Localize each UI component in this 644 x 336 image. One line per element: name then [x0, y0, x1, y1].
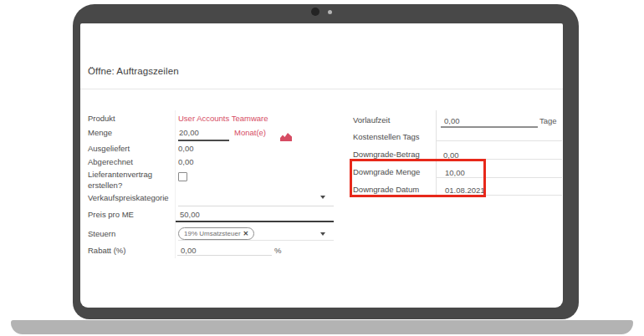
lieferantenvertrag-label: Lieferantenvertrag erstellen?	[88, 170, 173, 191]
webcam-led-icon	[328, 10, 332, 14]
steuern-tag[interactable]: 19% Umsatzsteuer ✕	[178, 227, 254, 240]
vorlaufzeit-label: Vorlaufzeit	[353, 115, 438, 126]
rabatt-label: Rabatt (%)	[88, 246, 173, 257]
area-chart-icon[interactable]	[280, 130, 292, 138]
menge-unit-link[interactable]: Monat(e)	[234, 128, 266, 138]
steuern-label: Steuern	[88, 229, 173, 240]
webcam-icon	[311, 8, 319, 16]
preis-pro-me-input[interactable]: 50,00	[180, 210, 200, 220]
abgerechnet-value: 0,00	[178, 157, 194, 167]
steuern-caret-icon[interactable]	[320, 232, 325, 236]
steuern-underline	[178, 240, 334, 241]
ausgeliefert-value: 0,00	[178, 144, 194, 154]
produkt-label: Produkt	[88, 114, 173, 125]
kostenstellen-tags-label: Kostenstellen Tags	[353, 132, 438, 143]
ausgeliefert-label: Ausgeliefert	[88, 144, 173, 155]
verkaufspreiskategorie-label: Verkaufspreiskategorie	[88, 193, 173, 204]
vorlaufzeit-input[interactable]: 0,00	[444, 116, 460, 126]
page-title: Öffne: Auftragszeilen	[88, 66, 179, 76]
left-group-separator	[175, 110, 176, 258]
rabatt-underline	[177, 255, 272, 256]
preis-pro-me-underline	[176, 221, 334, 222]
highlight-rectangle	[350, 159, 486, 197]
laptop-base	[11, 320, 633, 334]
header-divider	[80, 89, 563, 89]
remove-tag-icon[interactable]: ✕	[243, 231, 249, 237]
app-window: Öffne: Auftragszeilen Produkt User Accou…	[80, 23, 563, 308]
abgerechnet-label: Abgerechnet	[88, 157, 173, 168]
kostenstellen-tags-underline[interactable]	[436, 140, 562, 141]
laptop-mockup: Öffne: Auftragszeilen Produkt User Accou…	[0, 0, 644, 336]
verkaufspreiskategorie-caret-icon[interactable]	[320, 196, 325, 199]
vorlaufzeit-unit: Tage	[539, 116, 557, 126]
preis-pro-me-label: Preis pro ME	[88, 210, 173, 221]
menge-label: Menge	[88, 128, 173, 139]
vorlaufzeit-underline	[441, 126, 538, 128]
verkaufspreiskategorie-underline[interactable]	[178, 206, 334, 206]
steuern-tag-label: 19% Umsatzsteuer	[184, 230, 241, 237]
menge-input[interactable]: 20,00	[179, 128, 199, 138]
menge-input-underline	[178, 140, 229, 141]
rabatt-unit: %	[274, 246, 281, 256]
produkt-link[interactable]: User Accounts Teamware	[178, 114, 268, 124]
lieferantenvertrag-checkbox[interactable]	[178, 172, 187, 181]
